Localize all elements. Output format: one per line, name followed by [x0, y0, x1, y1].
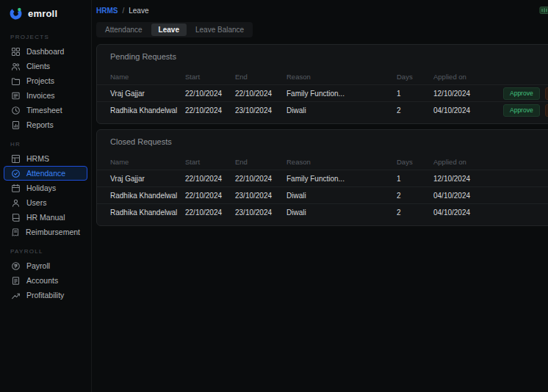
sidebar-item-projects[interactable]: Projects	[4, 73, 87, 88]
cell-status: Approved	[503, 175, 548, 183]
column-header-reason: Reason	[286, 158, 397, 166]
sidebar-item-label: Clients	[26, 62, 50, 70]
closed-table-row: Vraj Gajjar22/10/202422/10/2024Family Fu…	[97, 170, 548, 186]
sidebar-item-accounts[interactable]: Accounts	[4, 273, 87, 288]
sidebar-item-dashboard[interactable]: Dashboard	[4, 44, 87, 59]
sidebar-item-label: Dashboard	[26, 47, 64, 56]
sidebar-item-holidays[interactable]: Holidays	[4, 181, 87, 195]
cell-end: 22/10/2024	[235, 175, 286, 183]
cell-days: 2	[397, 208, 433, 217]
sidebar-item-label: Holidays	[26, 184, 56, 192]
cell-start: 22/10/2024	[185, 90, 235, 98]
cell-name: Vraj Gajjar	[110, 175, 185, 183]
sidebar-item-invoices[interactable]: Invoices	[4, 88, 87, 103]
sidebar-item-label: Reports	[26, 120, 54, 129]
sidebar-section-label-payroll: Payroll	[0, 239, 91, 258]
closed-table-header: NameStartEndReasonDaysApplied on	[97, 154, 548, 170]
cell-reason: Diwali	[286, 208, 397, 217]
sidebar-item-reports[interactable]: Reports	[4, 117, 87, 132]
calendar-icon	[11, 184, 21, 193]
approve-button[interactable]: Approve	[503, 87, 540, 100]
pending-requests-title: Pending Requests	[97, 45, 548, 69]
reject-button[interactable]: Reject	[545, 87, 548, 100]
column-header-name: Name	[110, 73, 185, 81]
sidebar-item-label: Timesheet	[26, 106, 62, 115]
main-area: HRMS / Leave	[92, 0, 548, 392]
user-icon	[11, 198, 21, 208]
approve-button[interactable]: Approve	[503, 104, 540, 117]
brand-name: emroll	[28, 8, 57, 19]
breadcrumb-root-link[interactable]: HRMS	[96, 7, 118, 15]
tab-row: AttendanceLeaveLeave Balance	[96, 20, 548, 39]
doc-icon	[11, 276, 21, 286]
sidebar: emroll ProjectsDashboardClientsProjectsI…	[0, 0, 92, 392]
column-header-applied-on: Applied on	[433, 73, 503, 81]
topbar: HRMS / Leave	[96, 0, 548, 18]
sidebar-item-profitability[interactable]: Profitability	[4, 288, 87, 302]
folder-icon	[11, 76, 21, 86]
column-header-end: End	[235, 158, 286, 166]
closed-table-row: Radhika Khandelwal22/10/202423/10/2024Di…	[97, 203, 548, 220]
sidebar-item-reimbursement[interactable]: Reimbursement	[4, 225, 87, 239]
cell-end: 22/10/2024	[235, 90, 286, 98]
cell-reason: Diwali	[286, 192, 397, 200]
sidebar-item-clients[interactable]: Clients	[4, 59, 87, 73]
cell-days: 1	[397, 90, 433, 98]
reject-button[interactable]: Reject	[545, 104, 548, 117]
cell-days: 2	[397, 192, 433, 200]
sidebar-section-label-hr: HR	[0, 132, 91, 151]
breadcrumb-separator: /	[122, 7, 124, 15]
cell-end: 23/10/2024	[235, 192, 286, 200]
cell-status: Rejected	[503, 192, 548, 200]
sidebar-item-label: Reimbursement	[26, 228, 80, 236]
column-header-applied-on: Applied on	[433, 158, 503, 166]
sidebar-item-label: Attendance	[26, 169, 65, 178]
cell-name: Vraj Gajjar	[110, 90, 185, 98]
column-header-days: Days	[397, 158, 433, 166]
closed-table-body: Vraj Gajjar22/10/202422/10/2024Family Fu…	[97, 170, 548, 220]
layout-icon	[11, 154, 21, 164]
clock-icon	[11, 106, 21, 115]
breadcrumb-current: Leave	[129, 7, 148, 15]
cell-applied: 12/10/2024	[433, 175, 503, 183]
cell-applied: 04/10/2024	[433, 192, 503, 200]
cell-name: Radhika Khandelwal	[110, 192, 185, 200]
sidebar-item-label: Profitability	[26, 291, 64, 300]
cell-status: Rejected	[503, 208, 548, 217]
sidebar-item-hr-manual[interactable]: HR Manual	[4, 210, 87, 225]
sidebar-item-users[interactable]: Users	[4, 195, 87, 210]
book-icon	[11, 213, 21, 222]
cell-end: 23/10/2024	[235, 106, 286, 115]
column-header-name: Name	[110, 158, 185, 166]
flag-icon[interactable]	[539, 5, 548, 15]
column-header-start: Start	[185, 158, 235, 166]
cell-applied: 12/10/2024	[433, 90, 503, 98]
brand-logo-icon	[9, 7, 23, 21]
column-header-reason: Reason	[286, 73, 397, 81]
cell-reason: Family Function...	[286, 175, 397, 183]
sidebar-item-label: Projects	[26, 76, 54, 85]
clients-icon	[11, 62, 21, 71]
sidebar-item-timesheet[interactable]: Timesheet	[4, 103, 87, 117]
cell-start: 22/10/2024	[185, 192, 235, 200]
cell-start: 22/10/2024	[185, 106, 235, 115]
tab-attendance[interactable]: Attendance	[98, 23, 150, 36]
cell-name: Radhika Khandelwal	[110, 208, 185, 217]
topbar-icons	[539, 4, 548, 17]
sidebar-item-hrms[interactable]: HRMS	[4, 151, 87, 166]
tab-leave-balance[interactable]: Leave Balance	[188, 23, 251, 36]
sidebar-item-attendance[interactable]: Attendance	[4, 166, 87, 181]
cell-days: 2	[397, 106, 433, 115]
cell-start: 22/10/2024	[185, 208, 235, 217]
sidebar-item-payroll[interactable]: Payroll	[4, 258, 87, 273]
cell-days: 1	[397, 175, 433, 183]
sidebar-nav: ProjectsDashboardClientsProjectsInvoices…	[0, 25, 91, 302]
column-header-days: Days	[397, 73, 433, 81]
sidebar-item-label: Users	[26, 198, 46, 207]
tab-leave[interactable]: Leave	[151, 23, 187, 36]
sidebar-item-label: HRMS	[26, 154, 49, 163]
column-header-start: Start	[185, 73, 235, 81]
app-root: emroll ProjectsDashboardClientsProjectsI…	[0, 0, 548, 392]
closed-table-row: Radhika Khandelwal22/10/202423/10/2024Di…	[97, 186, 548, 203]
brand-logo[interactable]: emroll	[0, 5, 91, 25]
